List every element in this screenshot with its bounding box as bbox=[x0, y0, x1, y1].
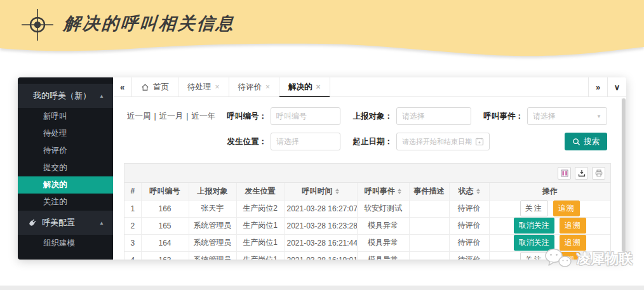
table-row: 4 163 系统管理员 生产岗位1 2021-03-28 16:19:01 模具… bbox=[124, 251, 610, 260]
sort-icon[interactable] bbox=[398, 188, 401, 195]
table-row: 1 166 张天宇 生产岗位2 2021-03-28 16:27:07 软安灯测… bbox=[124, 200, 610, 217]
tab-label: 待评价 bbox=[238, 82, 262, 93]
tabs-menu-button[interactable]: ∨ bbox=[607, 77, 626, 96]
sidebar: 我的呼美（新） ▲ 新呼叫 待处理 待评价 提交的 解决的 关注的 bbox=[18, 77, 113, 260]
tab-pending[interactable]: 待处理 × bbox=[178, 77, 229, 96]
cell-call-no: 163 bbox=[141, 251, 189, 260]
sort-icon[interactable] bbox=[476, 188, 480, 195]
cell-index: 1 bbox=[124, 200, 141, 217]
sidebar-item-submitted[interactable]: 提交的 bbox=[18, 159, 113, 176]
column-settings-icon bbox=[561, 169, 568, 177]
table-header-row: # 呼叫编号 上报对象 发生位置 呼叫时间 呼叫事件 事件描述 状态 操作 bbox=[124, 183, 610, 200]
trace-button[interactable]: 追溯 bbox=[553, 201, 580, 216]
col-location: 发生位置 bbox=[236, 183, 284, 200]
cell-time: 2021-03-28 16:21:44 bbox=[284, 234, 357, 251]
close-icon[interactable]: × bbox=[215, 83, 220, 91]
sidebar-item-pending[interactable]: 待处理 bbox=[18, 125, 113, 142]
tab-to-review[interactable]: 待评价 × bbox=[229, 77, 280, 96]
plug-icon bbox=[28, 218, 37, 227]
sidebar-item-to-review[interactable]: 待评价 bbox=[18, 142, 113, 159]
cell-reporter: 系统管理员 bbox=[189, 251, 236, 260]
location-input[interactable] bbox=[271, 133, 340, 150]
vertical-scrollbar[interactable] bbox=[621, 98, 626, 258]
status-badge: 待评价 bbox=[449, 200, 489, 217]
cell-desc bbox=[409, 217, 449, 234]
column-settings-button[interactable] bbox=[558, 167, 571, 180]
call-event-label: 呼叫事件： bbox=[479, 111, 523, 122]
col-event-desc: 事件描述 bbox=[409, 183, 449, 200]
call-event-select[interactable]: 请选择 ▼ bbox=[527, 107, 607, 125]
search-button[interactable]: 搜索 bbox=[565, 133, 607, 150]
watermark: 凌犀物联 bbox=[544, 247, 633, 270]
crosshair-icon bbox=[22, 9, 53, 41]
col-call-time[interactable]: 呼叫时间 bbox=[284, 183, 357, 200]
tab-home[interactable]: 首页 bbox=[132, 77, 178, 96]
date-range-label: 起止日期： bbox=[348, 136, 392, 147]
cell-reporter: 系统管理员 bbox=[189, 234, 236, 251]
cell-event: 模具异常 bbox=[357, 217, 409, 234]
sidebar-item-followed[interactable]: 关注的 bbox=[18, 194, 113, 211]
sidebar-item-new-call[interactable]: 新呼叫 bbox=[18, 108, 113, 125]
cell-event: 模具异常 bbox=[357, 234, 409, 251]
tab-label: 待处理 bbox=[187, 82, 211, 93]
tabs-scroll-right-button[interactable]: » bbox=[588, 77, 607, 96]
sidebar-group-label: 呼美配置 bbox=[42, 217, 99, 228]
quick-link-month[interactable]: 近一月 bbox=[159, 112, 184, 121]
tabs-scroll-left-button[interactable]: « bbox=[113, 77, 132, 96]
tabbar-spacer bbox=[330, 77, 588, 96]
close-icon[interactable]: × bbox=[316, 83, 321, 91]
cell-index: 2 bbox=[124, 217, 141, 234]
caret-down-icon: ▼ bbox=[596, 114, 601, 119]
quick-link-week[interactable]: 近一周 bbox=[127, 112, 151, 121]
home-icon bbox=[141, 83, 149, 91]
date-range-picker[interactable]: 请选择开始和结束日期 bbox=[396, 133, 490, 150]
select-placeholder: 请选择 bbox=[533, 111, 556, 122]
table-row: 3 164 系统管理员 生产岗位1 2021-03-28 16:21:44 模具… bbox=[124, 234, 610, 251]
filter-panel: 近一周|近一月|近一年 呼叫编号： 上报对象： 呼叫事件： 请选 bbox=[113, 97, 626, 162]
close-icon[interactable]: × bbox=[265, 83, 270, 91]
cell-actions: 取消关注追溯 bbox=[489, 217, 610, 234]
follow-button[interactable]: 关注 bbox=[520, 201, 548, 216]
tab-resolved[interactable]: 解决的 × bbox=[279, 77, 330, 96]
trace-button[interactable]: 追溯 bbox=[560, 218, 586, 234]
col-reporter: 上报对象 bbox=[189, 183, 236, 200]
export-button[interactable] bbox=[575, 167, 588, 180]
cell-time: 2021-03-28 16:23:28 bbox=[284, 217, 357, 234]
cell-desc bbox=[409, 251, 449, 260]
table-row: 2 165 系统管理员 生产岗位1 2021-03-28 16:23:28 模具… bbox=[124, 217, 610, 234]
scrollbar-thumb[interactable] bbox=[622, 98, 626, 252]
report-target-input[interactable] bbox=[396, 107, 471, 125]
wechat-icon bbox=[544, 247, 573, 270]
sidebar-group-my-humei[interactable]: 我的呼美（新） ▲ bbox=[18, 84, 113, 108]
report-target-label: 上报对象： bbox=[348, 111, 392, 122]
sidebar-menu: 新呼叫 待处理 待评价 提交的 解决的 关注的 bbox=[18, 108, 113, 211]
print-button[interactable] bbox=[592, 167, 605, 180]
col-call-event[interactable]: 呼叫事件 bbox=[357, 183, 409, 200]
cell-location: 生产岗位2 bbox=[236, 200, 284, 217]
tab-label: 首页 bbox=[153, 82, 169, 93]
table-toolbar bbox=[124, 164, 610, 183]
status-badge: 待评价 bbox=[449, 217, 489, 234]
call-no-input[interactable] bbox=[271, 107, 340, 125]
cell-location: 生产岗位1 bbox=[236, 234, 284, 251]
quick-link-year[interactable]: 近一年 bbox=[192, 112, 216, 121]
export-icon bbox=[578, 169, 586, 177]
sidebar-item-org-modeling[interactable]: 组织建模 bbox=[18, 235, 113, 252]
chevron-down-icon: ∨ bbox=[614, 82, 621, 92]
bottom-strip bbox=[0, 286, 644, 290]
page-banner: 解决的呼叫相关信息 bbox=[0, 0, 644, 63]
page-title: 解决的呼叫相关信息 bbox=[63, 12, 236, 37]
cell-location: 生产岗位1 bbox=[236, 217, 284, 234]
tab-bar: « 首页 待处理 × 待评价 × 解决的 × bbox=[113, 77, 626, 97]
cell-event: 软安灯测试 bbox=[357, 200, 409, 217]
cell-call-no: 165 bbox=[141, 217, 189, 234]
col-status[interactable]: 状态 bbox=[449, 183, 489, 200]
content-scroll-area: 近一周|近一月|近一年 呼叫编号： 上报对象： 呼叫事件： 请选 bbox=[113, 97, 626, 260]
sidebar-item-resolved[interactable]: 解决的 bbox=[18, 176, 113, 194]
main-content: « 首页 待处理 × 待评价 × 解决的 × bbox=[113, 77, 626, 260]
status-badge: 待评价 bbox=[449, 251, 489, 260]
cell-reporter: 系统管理员 bbox=[189, 217, 236, 234]
sidebar-group-config[interactable]: 呼美配置 ▲ bbox=[18, 211, 113, 235]
sort-icon[interactable] bbox=[335, 188, 339, 195]
unfollow-button[interactable]: 取消关注 bbox=[514, 218, 554, 234]
